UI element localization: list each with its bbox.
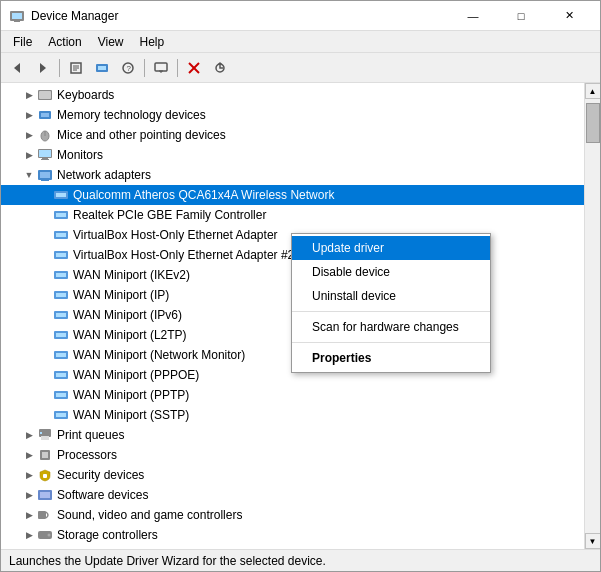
minimize-button[interactable]: — [450, 2, 496, 30]
expand-software[interactable]: ▶ [21, 487, 37, 503]
tree-item-qualcomm[interactable]: Qualcomm Atheros QCA61x4A Wireless Netwo… [1, 185, 584, 205]
menu-help[interactable]: Help [132, 33, 173, 51]
main-area: ▶ Keyboards ▶ Memory t [1, 83, 600, 549]
wan-ip-svg [53, 288, 69, 302]
tree-item-security[interactable]: ▶ Security devices [1, 465, 584, 485]
expand-sound[interactable]: ▶ [21, 507, 37, 523]
ctx-properties[interactable]: Properties [292, 346, 490, 370]
context-menu: Update driver Disable device Uninstall d… [291, 233, 491, 373]
memory-label: Memory technology devices [57, 108, 206, 122]
expand-mice[interactable]: ▶ [21, 127, 37, 143]
wan-ikev2-label: WAN Miniport (IKEv2) [73, 268, 190, 282]
ctx-update-driver[interactable]: Update driver [292, 236, 490, 260]
svg-rect-49 [56, 333, 66, 337]
properties-button[interactable] [64, 56, 88, 80]
keyboards-label: Keyboards [57, 88, 114, 102]
wan-pptp-svg [53, 388, 69, 402]
tree-item-network[interactable]: ▼ Network adapters [1, 165, 584, 185]
realtek-label: Realtek PCIe GBE Family Controller [73, 208, 266, 222]
svg-rect-31 [40, 172, 50, 178]
monitors-icon [37, 147, 53, 163]
processors-svg [37, 448, 53, 462]
tree-item-keyboards[interactable]: ▶ Keyboards [1, 85, 584, 105]
network-svg [37, 168, 53, 182]
back-icon [10, 61, 24, 75]
ctx-uninstall-device[interactable]: Uninstall device [292, 284, 490, 308]
wan-sstp-label: WAN Miniport (SSTP) [73, 408, 189, 422]
display-button[interactable] [149, 56, 173, 80]
svg-rect-57 [56, 413, 66, 417]
tree-item-monitors[interactable]: ▶ Monitors [1, 145, 584, 165]
wan-ipv6-svg [53, 308, 69, 322]
tree-item-memory[interactable]: ▶ Memory technology devices [1, 105, 584, 125]
ctx-scan-hardware[interactable]: Scan for hardware changes [292, 315, 490, 339]
update-driver-toolbar-button[interactable] [90, 56, 114, 80]
realtek-svg [53, 208, 69, 222]
svg-rect-21 [39, 91, 51, 99]
processors-icon [37, 447, 53, 463]
tree-item-software[interactable]: ▶ Software devices [1, 485, 584, 505]
scroll-track[interactable] [585, 99, 600, 533]
scroll-down-arrow[interactable]: ▼ [585, 533, 601, 549]
ctx-disable-device[interactable]: Disable device [292, 260, 490, 284]
scan-icon [213, 61, 227, 75]
svg-rect-29 [41, 159, 49, 160]
expand-memory[interactable]: ▶ [21, 107, 37, 123]
expand-processors[interactable]: ▶ [21, 447, 37, 463]
svg-rect-60 [40, 432, 42, 434]
keyboards-icon [37, 87, 53, 103]
tree-item-wan-pptp[interactable]: WAN Miniport (PPTP) [1, 385, 584, 405]
tree-item-mice[interactable]: ▶ Mice and other pointing devices [1, 125, 584, 145]
mice-label: Mice and other pointing devices [57, 128, 226, 142]
svg-point-68 [48, 534, 51, 537]
tree-item-wan-sstp[interactable]: WAN Miniport (SSTP) [1, 405, 584, 425]
scrollbar[interactable]: ▲ ▼ [584, 83, 600, 549]
status-text: Launches the Update Driver Wizard for th… [9, 554, 326, 568]
expand-security[interactable]: ▶ [21, 467, 37, 483]
svg-rect-59 [41, 436, 49, 440]
ctx-separator [292, 311, 490, 312]
expand-print[interactable]: ▶ [21, 427, 37, 443]
expand-monitors[interactable]: ▶ [21, 147, 37, 163]
svg-text:?: ? [127, 64, 132, 73]
expand-system[interactable]: ▶ [21, 547, 37, 549]
help-button[interactable]: ? [116, 56, 140, 80]
tree-item-sound[interactable]: ▶ Sound, video and game controllers [1, 505, 584, 525]
tree-item-system[interactable]: ▶ System devices [1, 545, 584, 549]
remove-button[interactable] [182, 56, 206, 80]
expand-network[interactable]: ▼ [21, 167, 37, 183]
wan-pptp-label: WAN Miniport (PPTP) [73, 388, 189, 402]
system-icon [37, 547, 53, 549]
scan-button[interactable] [208, 56, 232, 80]
scroll-up-arrow[interactable]: ▲ [585, 83, 601, 99]
forward-button[interactable] [31, 56, 55, 80]
wan-pppoe-icon [53, 367, 69, 383]
help-icon: ? [121, 61, 135, 75]
svg-rect-35 [56, 193, 66, 197]
maximize-button[interactable]: □ [498, 2, 544, 30]
expand-storage[interactable]: ▶ [21, 527, 37, 543]
tree-item-realtek[interactable]: Realtek PCIe GBE Family Controller [1, 205, 584, 225]
back-button[interactable] [5, 56, 29, 80]
tree-item-storage[interactable]: ▶ Storage controllers [1, 525, 584, 545]
network-icon [37, 167, 53, 183]
wan-l2tp-icon [53, 327, 69, 343]
tree-item-processors[interactable]: ▶ Processors [1, 445, 584, 465]
scroll-thumb[interactable] [586, 103, 600, 143]
close-button[interactable]: ✕ [546, 2, 592, 30]
sound-icon [37, 507, 53, 523]
tree-item-print[interactable]: ▶ Print queues [1, 425, 584, 445]
software-svg [37, 488, 53, 502]
software-label: Software devices [57, 488, 148, 502]
svg-marker-19 [218, 62, 222, 64]
wan-pppoe-svg [53, 368, 69, 382]
menu-view[interactable]: View [90, 33, 132, 51]
storage-svg [37, 528, 53, 542]
expand-keyboards[interactable]: ▶ [21, 87, 37, 103]
menu-file[interactable]: File [5, 33, 40, 51]
title-left: Device Manager [9, 8, 118, 24]
expand-qualcomm [37, 187, 53, 203]
vbox2-icon [53, 247, 69, 263]
menu-action[interactable]: Action [40, 33, 89, 51]
svg-rect-62 [42, 452, 48, 458]
